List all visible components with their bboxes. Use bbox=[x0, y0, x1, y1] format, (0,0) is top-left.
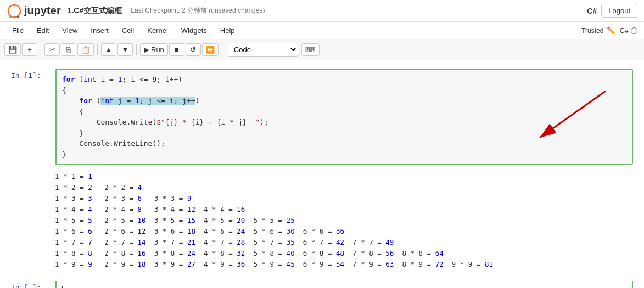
cut-cell-button[interactable]: ✂ bbox=[44, 43, 60, 56]
keyboard-button[interactable]: ⌨ bbox=[301, 43, 320, 56]
output-line-8: 1 * 9 = 9 2 * 9 = 18 3 * 9 = 27 4 * 9 = … bbox=[55, 259, 633, 270]
menu-cell[interactable]: Cell bbox=[116, 25, 139, 36]
toolbar-separator-2 bbox=[97, 44, 98, 55]
svg-point-3 bbox=[17, 15, 19, 18]
output-line-2: 1 * 3 = 3 2 * 3 = 6 3 * 3 = 9 bbox=[55, 193, 633, 204]
menu-kernel[interactable]: Kernel bbox=[142, 25, 173, 36]
output-line-1: 1 * 2 = 2 2 * 2 = 4 bbox=[55, 182, 633, 193]
copy-cell-button[interactable]: ⎘ bbox=[61, 43, 76, 56]
kernel-name-top: C# bbox=[587, 7, 597, 15]
cell-type-select[interactable]: Code Markdown Raw NBConvert Heading bbox=[228, 43, 298, 57]
svg-point-0 bbox=[8, 4, 20, 16]
kernel-name-menu: C# bbox=[619, 26, 629, 35]
svg-point-1 bbox=[13, 4, 15, 6]
move-up-button[interactable]: ▲ bbox=[101, 43, 116, 56]
toolbar: 💾 + ✂ ⎘ 📋 ▲ ▼ ▶ Run ■ ↺ ⏩ Code Markdown … bbox=[0, 39, 644, 60]
svg-point-2 bbox=[9, 15, 12, 18]
run-label: Run bbox=[151, 46, 164, 54]
menu-view[interactable]: View bbox=[57, 25, 83, 36]
notebook-title: 1.C#交互式编框 bbox=[68, 6, 122, 16]
menu-bar: File Edit View Insert Cell Kernel Widget… bbox=[0, 22, 644, 39]
code-cell-1: In [1]: for (int i = 1; i <= 9; i++) { f… bbox=[11, 69, 633, 165]
toolbar-separator-3 bbox=[136, 44, 137, 55]
toolbar-separator-1 bbox=[41, 44, 41, 55]
output-line-7: 1 * 8 = 8 2 * 8 = 16 3 * 8 = 24 4 * 8 = … bbox=[55, 248, 633, 259]
trusted-badge: Trusted bbox=[581, 27, 603, 35]
cell-1-output-content: 1 * 1 = 1 1 * 2 = 2 2 * 2 = 4 1 * 3 = 3 … bbox=[55, 169, 633, 272]
cell-2-input[interactable] bbox=[55, 281, 633, 288]
pencil-icon[interactable]: ✏️ bbox=[607, 26, 616, 35]
output-line-3: 1 * 4 = 4 2 * 4 = 8 3 * 4 = 12 4 * 4 = 1… bbox=[55, 204, 633, 215]
menu-insert[interactable]: Insert bbox=[85, 25, 114, 36]
run-icon: ▶ bbox=[144, 46, 149, 54]
output-line-5: 1 * 6 = 6 2 * 6 = 12 3 * 6 = 18 4 * 6 = … bbox=[55, 226, 633, 237]
code-cell-2: In [ ]: bbox=[11, 281, 633, 288]
cell-2-label: In [ ]: bbox=[11, 281, 55, 288]
add-cell-button[interactable]: + bbox=[22, 43, 37, 56]
top-bar-left: jupyter 1.C#交互式编框 Last Checkpoint: 2 分钟前… bbox=[7, 3, 265, 19]
cell-1-input[interactable]: for (int i = 1; i <= 9; i++) { for (int … bbox=[55, 69, 633, 165]
fast-forward-button[interactable]: ⏩ bbox=[202, 43, 219, 56]
cell-1-output-label bbox=[11, 169, 55, 272]
save-button[interactable]: 💾 bbox=[4, 43, 21, 56]
checkpoint-info: Last Checkpoint: 2 分钟前 (unsaved changes) bbox=[131, 6, 265, 15]
menu-file[interactable]: File bbox=[7, 25, 29, 36]
menu-widgets[interactable]: Widgets bbox=[176, 25, 212, 36]
interrupt-button[interactable]: ■ bbox=[169, 43, 184, 56]
top-bar: jupyter 1.C#交互式编框 Last Checkpoint: 2 分钟前… bbox=[0, 0, 644, 22]
move-down-button[interactable]: ▼ bbox=[117, 43, 133, 56]
menu-edit[interactable]: Edit bbox=[31, 25, 54, 36]
output-line-0: 1 * 1 = 1 bbox=[55, 171, 633, 182]
restart-button[interactable]: ↺ bbox=[186, 43, 201, 56]
logout-button[interactable]: Logout bbox=[601, 4, 637, 18]
output-line-6: 1 * 7 = 7 2 * 7 = 14 3 * 7 = 21 4 * 7 = … bbox=[55, 237, 633, 248]
cell-1-label: In [1]: bbox=[11, 69, 55, 165]
cell-1-output: 1 * 1 = 1 1 * 2 = 2 2 * 2 = 4 1 * 3 = 3 … bbox=[11, 169, 633, 272]
toolbar-separator-4 bbox=[222, 44, 222, 55]
run-button[interactable]: ▶ Run bbox=[140, 43, 168, 56]
notebook-area: In [1]: for (int i = 1; i <= 9; i++) { f… bbox=[0, 60, 644, 288]
jupyter-logo-icon bbox=[7, 3, 22, 19]
paste-cell-button[interactable]: 📋 bbox=[77, 43, 94, 56]
menu-help[interactable]: Help bbox=[215, 25, 240, 36]
kernel-indicator: C# bbox=[619, 26, 637, 35]
menu-bar-right: Trusted ✏️ C# bbox=[581, 26, 637, 35]
jupyter-wordmark: jupyter bbox=[24, 4, 61, 17]
kernel-status-circle bbox=[631, 27, 637, 34]
cursor bbox=[62, 286, 68, 288]
jupyter-logo: jupyter bbox=[7, 3, 61, 19]
output-line-4: 1 * 5 = 5 2 * 5 = 10 3 * 5 = 15 4 * 5 = … bbox=[55, 215, 633, 226]
top-bar-right: C# Logout bbox=[587, 4, 637, 18]
